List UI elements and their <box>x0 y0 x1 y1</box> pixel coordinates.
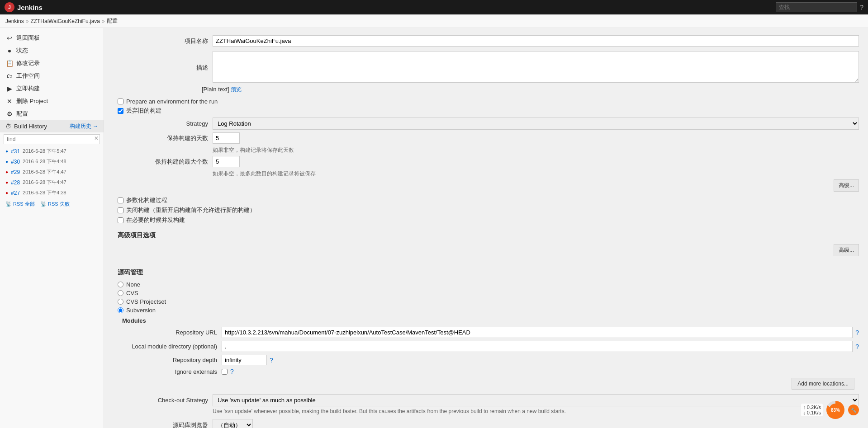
build-num-27[interactable]: #27 <box>11 190 20 196</box>
add-locations-button[interactable]: Add more locations... <box>792 378 854 390</box>
search-input[interactable] <box>776 2 857 12</box>
browser-row: 源码库浏览器 （自动） WebSVN ViewSVN FishEye <box>113 419 859 428</box>
avatar-icon: 🔧 <box>851 408 856 413</box>
build-status-27: ● <box>5 190 8 195</box>
sidebar-item-status[interactable]: ● 状态 <box>0 44 104 57</box>
rss-fail-link[interactable]: RSS 失败 <box>48 201 70 207</box>
progress-avatar: 🔧 <box>848 404 859 415</box>
scm-cvs-label: CVS <box>126 290 138 296</box>
breadcrumb-jenkins[interactable]: Jenkins <box>5 18 24 24</box>
build-status-28: ● <box>5 180 8 185</box>
project-name-input[interactable] <box>213 35 859 47</box>
breadcrumb-current: 配置 <box>107 17 118 25</box>
project-name-input-wrap <box>213 35 859 47</box>
param-build-checkbox[interactable] <box>118 198 123 203</box>
advanced-1-row: 高级... <box>113 179 859 192</box>
concurrent-build-checkbox[interactable] <box>118 217 123 223</box>
breadcrumb-project[interactable]: ZZTHaiWaiGouKeZhiFu.java <box>30 18 100 24</box>
divider-1 <box>113 261 859 261</box>
local-module-row: Local module directory (optional) ? <box>122 341 859 352</box>
topbar-help-icon[interactable]: ? <box>860 4 863 11</box>
main-layout: ↩ 返回面板 ● 状态 📋 修改记录 🗂 工作空间 ▶ 立即构建 ✕ 删除 Pr… <box>0 28 868 428</box>
discard-old-checkbox[interactable] <box>118 108 123 114</box>
jenkins-logo-icon: J <box>5 2 14 12</box>
advanced-button-1[interactable]: 高级... <box>834 179 859 192</box>
repo-depth-select[interactable]: infinity empty files immediates unknown <box>222 355 267 365</box>
scm-cvs-row: CVS <box>113 290 859 296</box>
scm-heading: 源码管理 <box>113 268 859 277</box>
keep-days-input[interactable] <box>213 132 240 144</box>
close-build-label: 关闭构建（重新开启构建前不允许进行新的构建） <box>126 206 256 214</box>
jenkins-title: Jenkins <box>17 4 43 11</box>
depth-select-container: infinity empty files immediates unknown <box>222 355 267 365</box>
local-module-help-icon[interactable]: ? <box>855 343 859 350</box>
ignore-externals-label: Ignore externals <box>122 368 222 375</box>
local-module-input-wrap: ? <box>222 341 859 352</box>
checkout-strategy-select[interactable]: Use 'svn update' as much as possible Alw… <box>213 394 859 406</box>
status-icon: ● <box>5 47 14 54</box>
strategy-label: Strategy <box>113 120 213 127</box>
build-num-29[interactable]: #29 <box>11 169 20 175</box>
repo-url-help-icon[interactable]: ? <box>855 329 859 336</box>
sidebar-item-delete[interactable]: ✕ 删除 Project <box>0 95 104 108</box>
scm-cvs-projectset-radio[interactable] <box>118 299 123 305</box>
prepare-env-label: Prepare an environment for the run <box>126 98 218 105</box>
sidebar-item-back[interactable]: ↩ 返回面板 <box>0 32 104 44</box>
keep-max-input-wrap <box>213 156 859 167</box>
preview-link[interactable]: 预览 <box>231 86 242 93</box>
advanced-button-2[interactable]: 高级... <box>834 244 859 256</box>
strategy-select[interactable]: Log Rotation Circular Buffer <box>213 118 859 130</box>
browser-select[interactable]: （自动） WebSVN ViewSVN FishEye <box>213 419 253 428</box>
project-name-row: 项目名称 <box>113 35 859 47</box>
workspace-icon: 🗂 <box>5 72 14 80</box>
scm-none-radio[interactable] <box>118 282 123 287</box>
ignore-externals-row: Ignore externals ? <box>122 368 859 375</box>
ignore-externals-checkbox[interactable] <box>222 369 228 375</box>
repo-url-input[interactable] <box>222 327 853 338</box>
keep-days-label: 保持构建的天数 <box>113 134 213 142</box>
progress-widget: ↑ 0.2K/s ↓ 0.1K/s 83% 🔧 <box>801 401 859 419</box>
sidebar-status-label: 状态 <box>16 47 28 55</box>
sidebar-delete-label: 删除 Project <box>16 97 48 105</box>
build-search-input[interactable] <box>4 134 100 144</box>
checkout-strategy-wrap: Use 'svn update' as much as possible Alw… <box>213 394 859 406</box>
strategy-select-wrap: Log Rotation Circular Buffer <box>213 118 859 130</box>
build-num-28[interactable]: #28 <box>11 179 20 186</box>
local-module-input[interactable] <box>222 341 853 352</box>
modules-section: Modules Repository URL ? Local module di… <box>122 317 859 390</box>
keep-max-input[interactable] <box>213 156 240 167</box>
repo-depth-help-icon[interactable]: ? <box>270 357 273 364</box>
sidebar-item-build[interactable]: ▶ 立即构建 <box>0 82 104 95</box>
prepare-env-checkbox[interactable] <box>118 99 123 104</box>
scm-cvs-radio[interactable] <box>118 290 123 296</box>
rss-all-link[interactable]: RSS 全部 <box>13 201 35 207</box>
build-num-30[interactable]: #30 <box>11 159 20 165</box>
sidebar-item-workspace[interactable]: 🗂 工作空间 <box>0 70 104 82</box>
scm-svn-label: Subversion <box>126 307 156 314</box>
scm-cvs-projectset-label: CVS Projectset <box>126 298 166 305</box>
build-entry-28: ● #28 2016-6-28 下午4:47 <box>0 177 104 188</box>
description-textarea[interactable] <box>213 51 859 83</box>
browser-label: 源码库浏览器 <box>113 421 213 428</box>
sidebar-item-changes[interactable]: 📋 修改记录 <box>0 57 104 70</box>
close-build-checkbox[interactable] <box>118 207 123 213</box>
build-history-header: ⏱ Build History 构建历史 → <box>0 120 104 132</box>
add-locations-row: Add more locations... <box>122 378 859 390</box>
sidebar-item-configure[interactable]: ⚙ 配置 <box>0 108 104 120</box>
build-num-31[interactable]: #31 <box>11 148 20 155</box>
checkout-hint: Use 'svn update' whenever possible, maki… <box>213 408 859 414</box>
keep-days-input-wrap <box>213 132 859 144</box>
build-search-clear[interactable]: ✕ <box>94 135 99 141</box>
description-input-wrap <box>213 51 859 84</box>
build-time-29: 2016-6-28 下午4:47 <box>23 169 66 175</box>
ignore-externals-help-icon[interactable]: ? <box>230 368 234 375</box>
build-history-title: Build History <box>14 123 47 130</box>
build-entry-30: ● #30 2016-6-28 下午4:48 <box>0 156 104 167</box>
build-history-link[interactable]: 构建历史 → <box>70 122 98 130</box>
changes-icon: 📋 <box>5 60 14 67</box>
rss-icon: 📡 <box>5 201 12 207</box>
scm-svn-radio[interactable] <box>118 307 123 313</box>
topbar: J Jenkins ? <box>0 0 868 14</box>
sidebar-configure-label: 配置 <box>16 110 28 118</box>
repo-url-row: Repository URL ? <box>122 327 859 338</box>
